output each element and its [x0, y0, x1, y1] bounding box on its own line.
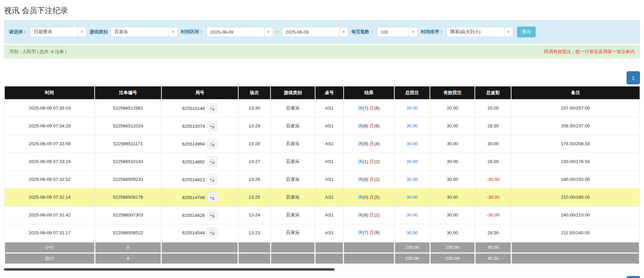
- remark-cell: 150.00/178.50: [511, 153, 639, 170]
- summary-bar: 币别 : 人民币 | 总共 :8 注单 | 同局有效投注，统一计算在该局第一张注…: [4, 45, 640, 58]
- payout-cell: -30.00: [475, 188, 511, 206]
- result-banker-label: 庄: [369, 195, 374, 200]
- remark-cell: 211.50/240.00: [511, 224, 639, 242]
- video-replay-icon[interactable]: [207, 192, 217, 202]
- page-1-button-bottom[interactable]: 1: [627, 276, 640, 278]
- table-row: 2025-06-09 07:31:17522566506522625514544…: [5, 224, 640, 242]
- result-cell: 闲(9) 庄(4): [344, 135, 394, 153]
- video-replay-icon[interactable]: [207, 157, 217, 167]
- result-player-score: (9): [363, 141, 369, 146]
- search-button[interactable]: 查询: [517, 27, 536, 37]
- bet-time-cell: 2025-06-09 07:33:24: [5, 153, 95, 170]
- round-id-cell: 625514812: [161, 170, 238, 188]
- bet-time-cell: 2025-06-09 07:31:42: [5, 206, 95, 224]
- caret-down-icon[interactable]: ▼: [169, 27, 178, 37]
- query-mode-dropdown[interactable]: 日期查询 ▼: [30, 27, 87, 37]
- result-cell: 闲(8) 庄(2): [344, 206, 394, 224]
- video-replay-icon[interactable]: [207, 121, 217, 131]
- table-no-cell: AS1: [315, 117, 344, 135]
- payout-cell: 28.50: [475, 224, 511, 242]
- bet-id-cell: 522566512024: [95, 117, 161, 135]
- game-type-cell: 百家乐: [270, 153, 315, 170]
- payout-cell: 30.00: [475, 135, 511, 153]
- bet-id-cell: 522566508176: [95, 188, 161, 206]
- currency-total-text: 币别 : 人民币 | 总共 :8 注单 |: [9, 49, 66, 55]
- result-cell: 闲(6) 庄(9): [344, 117, 394, 135]
- remark-cell: 178.50/208.50: [511, 135, 639, 153]
- round-id-cell: 625515148: [161, 99, 238, 117]
- total-bet-link[interactable]: 30.00: [406, 230, 418, 235]
- game-type-dropdown[interactable]: 百家乐 ▼: [111, 27, 178, 37]
- bet-id-cell: 522566507303: [95, 206, 161, 224]
- total-bet-link[interactable]: 30.00: [406, 123, 418, 128]
- session-cell: 13-27: [238, 153, 270, 170]
- result-banker-score: (9): [374, 123, 380, 128]
- date-to-picker[interactable]: 2025-06-09 ▼: [282, 27, 348, 37]
- summary-empty-cell: [238, 253, 270, 264]
- total-bet-link[interactable]: 30.00: [406, 159, 418, 164]
- caret-down-icon[interactable]: ▼: [504, 27, 513, 37]
- summary-empty-cell: [511, 242, 639, 253]
- result-banker-score: (2): [374, 177, 380, 182]
- total-bet-cell: 30.00: [394, 135, 430, 153]
- col-header-time: 时间: [5, 86, 95, 99]
- valid-bet-cell: 30.00: [430, 117, 475, 135]
- round-id: 625515148: [182, 106, 205, 111]
- result-player-score: (8): [363, 212, 369, 217]
- table-no-cell: AS1: [315, 224, 344, 242]
- page-1-button[interactable]: 1: [627, 71, 640, 84]
- total-bet-link[interactable]: 30.00: [406, 177, 418, 182]
- result-banker-label: 庄: [369, 212, 374, 217]
- result-banker-score: (6): [374, 106, 380, 111]
- summary-label-cell: 小计: [5, 242, 95, 253]
- round-id: 625514812: [182, 177, 205, 182]
- caret-down-icon[interactable]: ▼: [264, 27, 273, 37]
- caret-down-icon[interactable]: ▼: [78, 27, 86, 37]
- summary-total-bet-cell: 230.00: [394, 253, 430, 264]
- caret-down-icon[interactable]: ▼: [409, 27, 417, 37]
- date-from-picker[interactable]: 2025-06-09 ▼: [207, 27, 273, 37]
- round-id-cell: 625514544: [161, 224, 238, 242]
- caret-down-icon[interactable]: ▼: [339, 27, 348, 37]
- video-replay-icon[interactable]: [207, 139, 217, 149]
- sort-order-value: 降幂(由大到小): [447, 27, 504, 37]
- table-no-cell: AS1: [315, 153, 344, 170]
- page-size-dropdown[interactable]: 100 ▼: [377, 27, 418, 37]
- session-cell: 13-28: [238, 135, 270, 153]
- result-player-label: 闲: [358, 195, 363, 200]
- round-id-cell: 625514708: [161, 188, 238, 206]
- session-cell: 13-30: [238, 99, 270, 117]
- time-range-label: 时间区间：: [181, 29, 204, 35]
- payout-cell: 20.00: [475, 99, 511, 117]
- bet-id-cell: 522566506522: [95, 224, 161, 242]
- summary-empty-cell: [511, 253, 639, 264]
- video-replay-icon[interactable]: [207, 174, 217, 185]
- total-bet-link[interactable]: 20.00: [406, 106, 418, 111]
- total-bet-link[interactable]: 30.00: [406, 212, 418, 217]
- table-row: 2025-06-09 07:32:14522566508176625514708…: [5, 188, 640, 206]
- payout-cell: 28.50: [475, 117, 511, 135]
- summary-valid-bet-cell: 230.00: [430, 242, 475, 253]
- sort-order-dropdown[interactable]: 降幂(由大到小) ▼: [447, 27, 513, 37]
- round-id: 625514708: [182, 195, 205, 200]
- table-footer: 小计8230.00230.0045.50总计8230.00230.0045.50: [5, 242, 640, 264]
- table-row: 2025-06-09 07:32:52522566509233625514812…: [5, 170, 640, 188]
- result-banker-label: 庄: [369, 123, 374, 128]
- horizontal-scrollbar-thumb[interactable]: [4, 268, 335, 271]
- video-replay-icon[interactable]: [207, 103, 217, 113]
- game-type-cell: 百家乐: [270, 117, 315, 135]
- total-bet-link[interactable]: 30.00: [406, 195, 418, 200]
- result-cell: 闲(1) 庄(2): [344, 153, 394, 170]
- result-cell: 闲(8) 庄(2): [344, 170, 394, 188]
- col-header-table-no: 桌号: [315, 86, 344, 99]
- video-replay-icon[interactable]: [207, 210, 217, 220]
- pagination-top: 1: [4, 71, 640, 84]
- result-banker-label: 庄: [369, 106, 374, 111]
- total-bet-cell: 30.00: [394, 170, 430, 188]
- game-type-cell: 百家乐: [270, 135, 315, 153]
- video-replay-icon[interactable]: [207, 228, 217, 238]
- result-player-score: (8): [363, 177, 369, 182]
- total-bet-link[interactable]: 30.00: [406, 141, 418, 146]
- summary-empty-cell: [161, 253, 238, 264]
- valid-bet-cell: 30.00: [430, 224, 475, 242]
